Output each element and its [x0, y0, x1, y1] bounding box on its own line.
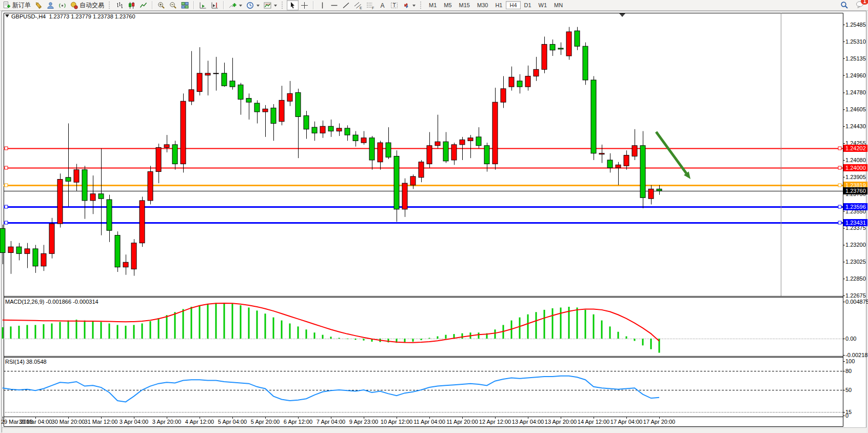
candle[interactable]: [254, 103, 260, 112]
candle[interactable]: [279, 100, 284, 121]
candlestick-chart-button[interactable]: [126, 0, 137, 10]
candle[interactable]: [57, 180, 63, 224]
text-label-button[interactable]: T: [388, 0, 400, 10]
tab-timeframe-mn[interactable]: MN: [550, 1, 566, 9]
candle[interactable]: [369, 138, 374, 160]
tab-timeframe-d1[interactable]: D1: [521, 1, 535, 9]
candle[interactable]: [25, 249, 30, 253]
candle[interactable]: [468, 138, 473, 141]
candle[interactable]: [205, 73, 210, 75]
candle[interactable]: [386, 143, 391, 157]
search-button[interactable]: [838, 0, 851, 10]
candle[interactable]: [460, 140, 465, 144]
line-handle[interactable]: [5, 221, 8, 224]
templates-button[interactable]: [262, 0, 279, 10]
candle[interactable]: [156, 148, 161, 172]
candle[interactable]: [648, 189, 654, 199]
candle[interactable]: [566, 32, 571, 56]
line-chart-button[interactable]: [137, 0, 149, 10]
candle[interactable]: [632, 146, 637, 156]
candle[interactable]: [443, 142, 448, 161]
candle[interactable]: [74, 170, 79, 182]
candle[interactable]: [246, 99, 251, 103]
candle[interactable]: [337, 128, 342, 131]
candle[interactable]: [419, 162, 424, 178]
candle[interactable]: [312, 127, 317, 133]
candle[interactable]: [525, 76, 530, 87]
line-handle[interactable]: [838, 184, 841, 187]
tab-timeframe-w1[interactable]: W1: [535, 1, 551, 9]
candle[interactable]: [624, 155, 629, 166]
candle[interactable]: [410, 176, 416, 185]
candle[interactable]: [107, 200, 112, 230]
candle[interactable]: [435, 142, 440, 146]
new-order-button[interactable]: 新订单: [1, 0, 33, 10]
candle[interactable]: [534, 69, 539, 76]
candle[interactable]: [599, 153, 604, 154]
cursor-button[interactable]: [287, 0, 299, 10]
candle[interactable]: [484, 146, 489, 164]
candle[interactable]: [197, 73, 202, 92]
text-button[interactable]: A: [377, 0, 388, 10]
chart-canvas[interactable]: 1.254851.253101.251351.249601.247801.246…: [0, 0, 868, 433]
crosshair-button[interactable]: [299, 0, 310, 10]
candle[interactable]: [16, 247, 22, 253]
horizontal-scrollbar[interactable]: [2, 427, 866, 433]
candle[interactable]: [140, 201, 145, 243]
candle[interactable]: [583, 46, 588, 80]
candle[interactable]: [640, 146, 645, 198]
candle[interactable]: [542, 44, 547, 69]
candle[interactable]: [164, 145, 169, 148]
indicators-button[interactable]: [227, 0, 244, 10]
line-handle[interactable]: [5, 205, 8, 208]
candle[interactable]: [189, 90, 194, 102]
candle[interactable]: [353, 135, 358, 141]
candle[interactable]: [172, 145, 177, 164]
candle[interactable]: [148, 172, 153, 201]
candle[interactable]: [304, 115, 309, 129]
tab-timeframe-m1[interactable]: M1: [425, 1, 440, 9]
line-handle[interactable]: [838, 221, 841, 224]
candle[interactable]: [131, 243, 136, 269]
candle[interactable]: [591, 80, 596, 153]
candle[interactable]: [41, 253, 46, 266]
candle[interactable]: [181, 101, 186, 164]
candle[interactable]: [66, 178, 71, 182]
candle[interactable]: [361, 138, 366, 143]
equidistant-channel-button[interactable]: E: [352, 0, 364, 10]
candle[interactable]: [98, 194, 104, 199]
candle[interactable]: [287, 93, 292, 101]
horizontal-line-button[interactable]: [328, 0, 340, 10]
candle[interactable]: [378, 143, 383, 162]
tab-timeframe-m5[interactable]: M5: [440, 1, 455, 9]
chat-button[interactable]: 1: [856, 1, 865, 10]
line-handle[interactable]: [5, 147, 8, 150]
candle[interactable]: [115, 235, 120, 267]
vertical-line-button[interactable]: [317, 0, 328, 10]
candle[interactable]: [82, 170, 87, 201]
line-handle[interactable]: [838, 147, 841, 150]
fibonacci-button[interactable]: F: [364, 0, 377, 10]
candle[interactable]: [0, 228, 5, 252]
candle[interactable]: [90, 194, 95, 201]
candle[interactable]: [328, 126, 333, 131]
chart-shift-button[interactable]: [209, 0, 221, 10]
candle[interactable]: [320, 126, 325, 133]
tab-timeframe-h4[interactable]: H4: [506, 1, 520, 9]
candle[interactable]: [49, 224, 54, 253]
timeframes-menu-button[interactable]: [244, 0, 262, 10]
candle[interactable]: [451, 145, 457, 160]
tab-timeframe-m30[interactable]: M30: [474, 1, 491, 9]
candle[interactable]: [509, 77, 514, 87]
candle[interactable]: [492, 102, 498, 164]
auto-scroll-button[interactable]: [197, 0, 209, 10]
candle[interactable]: [123, 262, 128, 267]
candle[interactable]: [575, 31, 580, 46]
tab-timeframe-m15[interactable]: M15: [456, 1, 474, 9]
candle[interactable]: [295, 92, 301, 116]
signals-button[interactable]: [56, 0, 68, 10]
candle[interactable]: [476, 137, 481, 146]
candle[interactable]: [230, 81, 235, 87]
candle[interactable]: [501, 89, 506, 102]
tile-windows-button[interactable]: [179, 0, 191, 10]
